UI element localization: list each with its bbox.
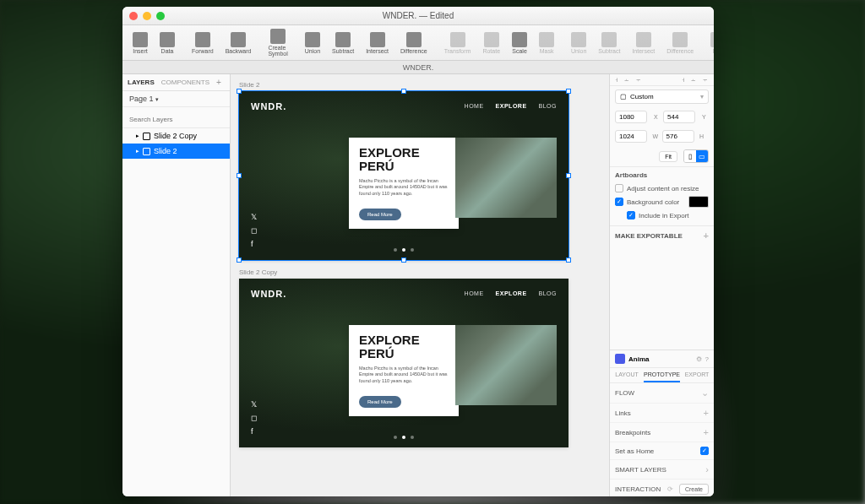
bool-difference-button[interactable]: Difference [661,30,699,56]
minimize-icon[interactable] [143,12,151,20]
intersect-button[interactable]: Intersect [361,30,394,56]
settings-icon[interactable]: ⚙ [696,355,702,363]
resize-handle[interactable] [401,89,406,94]
chevron-right-icon: ▸ [136,133,139,139]
tab-export[interactable]: EXPORT [680,368,714,382]
mask-button[interactable]: Mask [534,30,559,56]
transform-icon [450,32,465,47]
w-input[interactable] [615,130,647,143]
tab-layers[interactable]: LAYERS [128,79,155,86]
align-top-icon[interactable]: ⫞ [682,76,685,84]
align-middle-icon[interactable]: ⫠ [690,76,697,84]
anima-plugin: Anima ⚙ ? LAYOUT PROTOTYPE EXPORT FLOW⌄ … [610,350,714,496]
color-swatch[interactable] [688,196,709,208]
links-item[interactable]: Links+ [610,404,714,423]
portrait-icon[interactable]: ▯ [684,150,696,162]
difference-icon [406,32,422,47]
layer-slide-2[interactable]: ▸Slide 2 [122,144,230,159]
include-checkbox[interactable]: ✓ [627,211,635,219]
union-button[interactable]: Union [300,30,325,56]
orientation-toggle[interactable]: ▯▭ [683,149,709,163]
close-icon[interactable] [129,12,138,20]
instagram-icon: ◻ [251,414,259,422]
artboard-icon [143,133,150,140]
x-input[interactable] [615,111,647,123]
align-bottom-icon[interactable]: ⫟ [702,76,709,84]
subtract-icon [601,32,617,47]
chevron-down-icon: ▾ [155,96,159,102]
h-input[interactable] [662,130,694,143]
transform-button[interactable]: Transform [439,30,476,56]
insert-button[interactable]: Insert [128,30,153,56]
help-icon[interactable]: ? [705,355,709,363]
subtract-icon [335,32,351,47]
home-checkbox[interactable]: ✓ [700,447,709,455]
subtract-button[interactable]: Subtract [327,30,359,56]
y-input[interactable] [663,111,695,123]
create-button[interactable]: Create [679,484,709,495]
tab-components[interactable]: COMPONENTS [161,79,209,86]
breakpoints-item[interactable]: Breakpoints+ [610,423,714,442]
facebook-icon: f [251,240,259,248]
page-selector[interactable]: Page 1 ▾ [122,91,230,107]
union-icon [571,32,586,47]
bool-union-button[interactable]: Union [566,30,591,56]
zoom-icon[interactable] [156,12,165,20]
bool-subtract-button[interactable]: Subtract [593,30,625,56]
adjust-checkbox[interactable] [615,184,623,192]
backward-button[interactable]: Backward [220,30,257,56]
preset-selector[interactable]: ▢Custom▾ [615,89,709,104]
resize-handle[interactable] [566,173,571,178]
link-button[interactable]: Link [705,30,714,56]
align-left-icon[interactable]: ⫞ [615,76,618,84]
intersect-icon [370,32,385,47]
resize-handle[interactable] [237,89,242,94]
card-body: Machu Picchu is a symbol of the Incan Em… [359,178,449,198]
layer-slide-2-copy[interactable]: ▸Slide 2 Copy [122,128,230,144]
scale-button[interactable]: Scale [507,30,532,56]
forward-button[interactable]: Forward [187,30,219,56]
set-home-item[interactable]: Set as Home✓ [610,442,714,460]
facebook-icon: f [251,427,259,436]
fit-button[interactable]: Fit [659,151,677,162]
link-icon [710,32,714,47]
resize-handle[interactable] [237,173,242,178]
mask-icon [539,32,554,47]
artboard-slide-2[interactable]: WNDR. HOME EXPLORE BLOG EXPLOREPERÚ Mach… [239,91,569,260]
plus-icon[interactable]: + [704,230,709,241]
artboard-label[interactable]: Slide 2 [239,81,601,89]
add-page-button[interactable]: + [216,78,221,87]
tab-prototype[interactable]: PROTOTYPE [644,368,680,382]
content-card: EXPLOREPERÚ Machu Picchu is a symbol of … [349,325,459,416]
app-window: WNDER. — Edited Insert Data Forward Back… [122,7,714,496]
resize-handle[interactable] [566,89,571,94]
canvas[interactable]: Slide 2 WNDR. HOME EXPLORE BLOG EXPLOREP… [231,74,609,496]
nav-blog: BLOG [539,290,557,296]
smart-layers-section[interactable]: SMART LAYERS› [610,460,714,480]
search-layers[interactable] [122,107,230,128]
resize-handle[interactable] [237,257,242,263]
align-right-icon[interactable]: ⫟ [635,76,642,84]
interaction-item[interactable]: INTERACTION⟳Create [610,480,714,496]
data-button[interactable]: Data [155,30,180,56]
plus-icon[interactable]: + [704,408,709,418]
rotate-button[interactable]: Rotate [477,30,505,56]
difference-button[interactable]: Difference [395,30,432,56]
tab-layout[interactable]: LAYOUT [610,368,644,382]
nav-explore: EXPLORE [496,103,527,109]
export-header[interactable]: MAKE EXPORTABLE+ [615,230,709,241]
create-symbol-button[interactable]: Create Symbol [263,27,292,58]
landscape-icon[interactable]: ▭ [696,150,708,162]
resize-handle[interactable] [566,257,571,263]
chevron-down-icon: ⌄ [701,387,709,398]
artboard-slide-2-copy[interactable]: WNDR. HOME EXPLORE BLOG EXPLOREPERÚ Mach… [239,279,569,447]
bool-intersect-button[interactable]: Intersect [627,30,660,56]
search-input[interactable] [129,116,223,123]
plus-icon[interactable]: + [704,427,709,437]
align-center-icon[interactable]: ⫠ [623,76,630,84]
resize-handle[interactable] [401,257,406,263]
bgcolor-checkbox[interactable]: ✓ [615,198,623,206]
scale-icon [512,32,527,47]
artboard-label[interactable]: Slide 2 Copy [239,268,601,276]
flow-section[interactable]: FLOW⌄ [610,383,714,404]
